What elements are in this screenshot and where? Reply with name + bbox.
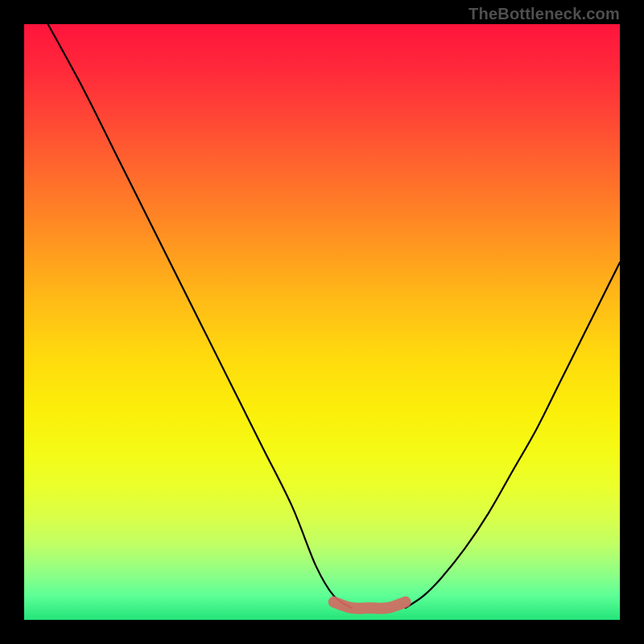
right-curve-path: [406, 262, 620, 608]
chart-svg: [24, 24, 620, 620]
attribution-text: TheBottleneck.com: [469, 5, 620, 23]
chart-frame: TheBottleneck.com: [0, 0, 644, 644]
series-group: [48, 24, 620, 609]
left-curve-path: [48, 24, 352, 608]
plot-area: [24, 24, 620, 620]
bottom-band-path: [334, 602, 406, 609]
